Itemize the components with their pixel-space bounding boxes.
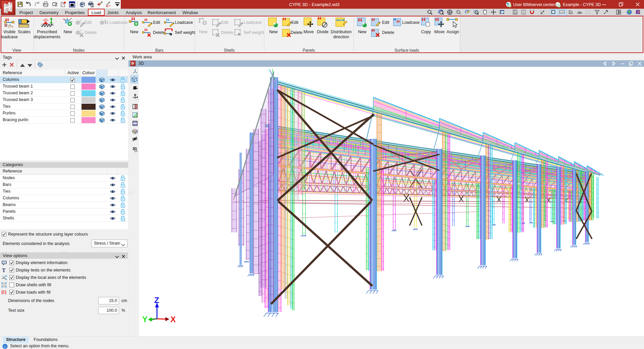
svg-text:Y: Y xyxy=(142,315,148,324)
svg-text:i: i xyxy=(4,344,5,348)
svg-text:DXF: DXF xyxy=(522,10,525,12)
svg-text:y: y xyxy=(2,275,3,277)
svg-text:T: T xyxy=(2,267,6,273)
svg-text:2: 2 xyxy=(458,11,459,13)
svg-text:1.00: 1.00 xyxy=(560,11,564,13)
svg-text:DWG: DWG xyxy=(522,12,526,14)
svg-text:DWG: DWG xyxy=(514,12,517,14)
svg-text:?: ? xyxy=(638,10,640,13)
svg-text:DXF: DXF xyxy=(514,10,517,12)
svg-text:X: X xyxy=(170,315,176,324)
svg-text:Z: Z xyxy=(154,296,159,305)
